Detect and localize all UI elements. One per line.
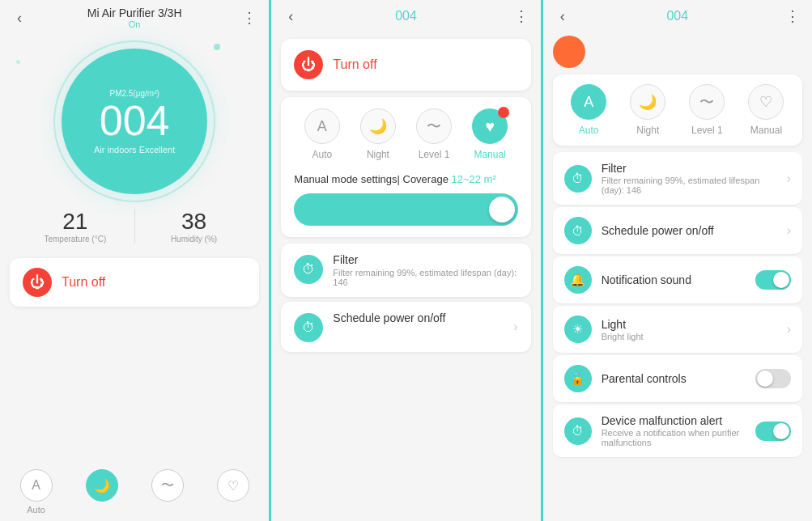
- p2-filter-icon: ⏱: [294, 255, 323, 284]
- manual-settings: Manual mode settings| Coverage 12~22 m²: [294, 170, 517, 226]
- p3-auto-icon: A: [571, 84, 606, 120]
- p2-schedule-card[interactable]: ⏱ Schedule power on/off ›: [281, 302, 530, 352]
- air-status: Air indoors Excellent: [94, 145, 175, 155]
- temperature-item: 21 Temperature (°C): [16, 209, 134, 244]
- p3-tab-manual[interactable]: ♡ Manual: [748, 84, 784, 136]
- p2-filter-sub: Filter remaining 99%, estimated lifespan…: [333, 268, 517, 287]
- pm-value: 004: [100, 100, 170, 142]
- settings-light[interactable]: ☀ Light Bright light ›: [553, 306, 802, 353]
- humidity-label: Humidity (%): [135, 235, 253, 244]
- back-icon-p3[interactable]: ‹: [553, 8, 572, 25]
- p2-night-icon: 🌙: [360, 108, 396, 144]
- panel-2: ‹ 004 ⋮ ⏻ Turn off A Auto 🌙 Night 〜: [269, 0, 540, 521]
- parental-toggle[interactable]: [755, 369, 791, 388]
- settings-malfunction: ⏱ Device malfunction alert Receive a not…: [553, 405, 802, 457]
- settings-notification: 🔔 Notification sound: [553, 256, 802, 303]
- p2-level1-icon: 〜: [416, 108, 452, 144]
- light-arrow: ›: [787, 322, 791, 337]
- more-icon-p1[interactable]: ⋮: [240, 9, 259, 27]
- p3-auto-label: Auto: [579, 125, 599, 136]
- settings-filter[interactable]: ⏱ Filter Filter remaining 99%, estimated…: [553, 152, 802, 205]
- p2-manual-icon: ♥: [472, 108, 508, 144]
- p3-tab-night[interactable]: 🌙 Night: [630, 84, 665, 136]
- night-icon: 🌙: [86, 469, 118, 502]
- p2-schedule-text: Schedule power on/off: [333, 311, 445, 324]
- panel-2-header: ‹ 004 ⋮: [271, 0, 540, 32]
- p3-tab-level1[interactable]: 〜 Level 1: [689, 84, 725, 136]
- p3-scroll-area: A Auto 🌙 Night 〜 Level 1 ♡ Manual ⏱ Filt…: [543, 32, 812, 521]
- light-icon: ☀: [564, 316, 592, 343]
- pm-label: PM2.5(μg/m³): [109, 89, 159, 98]
- malfunction-toggle[interactable]: [755, 421, 791, 441]
- panel-3-header: ‹ 004 ⋮: [543, 0, 812, 32]
- mode-tab-manual[interactable]: ♡: [217, 469, 249, 515]
- p1-status: On: [29, 19, 240, 29]
- humidity-value: 38: [135, 209, 253, 235]
- p2-turnoff-button[interactable]: ⏻ Turn off: [281, 39, 530, 91]
- auto-label: Auto: [27, 505, 45, 515]
- p2-filter-title: Filter: [333, 253, 517, 266]
- malfunction-icon: ⏱: [564, 417, 592, 445]
- p2-tab-level1[interactable]: 〜 Level 1: [416, 108, 452, 160]
- p3-status-indicator: [553, 36, 585, 68]
- power-icon: ⏻: [23, 268, 52, 297]
- p2-night-label: Night: [367, 149, 389, 160]
- decor-dot: [214, 44, 220, 50]
- notification-dot: [498, 107, 509, 118]
- p2-title: 004: [300, 9, 511, 23]
- back-icon-p2[interactable]: ‹: [281, 8, 300, 25]
- p2-tab-auto[interactable]: A Auto: [304, 108, 340, 160]
- mode-tab-auto[interactable]: A Auto: [20, 469, 53, 515]
- p3-night-icon: 🌙: [630, 84, 665, 120]
- parental-text: Parental controls: [602, 372, 746, 385]
- panel-1: ‹ Mi Air Purifier 3/3H On ⋮ PM2.5(μg/m³)…: [0, 0, 269, 521]
- p3-tab-auto[interactable]: A Auto: [571, 84, 606, 136]
- temp-label: Temperature (°C): [16, 235, 134, 244]
- filter-arrow: ›: [787, 172, 791, 186]
- level1-icon: 〜: [151, 469, 184, 502]
- p3-manual-icon: ♡: [748, 84, 784, 120]
- p3-mode-selector: A Auto 🌙 Night 〜 Level 1 ♡ Manual: [553, 74, 802, 146]
- notification-toggle[interactable]: [755, 270, 791, 290]
- mode-tab-level1[interactable]: 〜: [151, 469, 184, 515]
- p2-filter-text: Filter Filter remaining 99%, estimated l…: [333, 253, 517, 287]
- p2-schedule-arrow: ›: [513, 320, 517, 334]
- manual-settings-title: Manual mode settings| Coverage 12~22 m²: [294, 173, 517, 185]
- manual-toggle[interactable]: [294, 193, 517, 226]
- filter-icon: ⏱: [564, 165, 592, 193]
- coverage-value: 12~22 m²: [451, 173, 495, 185]
- p2-tab-night[interactable]: 🌙 Night: [360, 108, 396, 160]
- more-icon-p3[interactable]: ⋮: [783, 7, 802, 25]
- settings-schedule[interactable]: ⏱ Schedule power on/off ›: [553, 207, 802, 254]
- p2-tab-manual[interactable]: ♥ Manual: [472, 108, 508, 160]
- p2-auto-icon: A: [304, 108, 340, 144]
- schedule-icon: ⏱: [564, 217, 592, 244]
- light-sub: Bright light: [602, 332, 777, 341]
- mode-tab-night[interactable]: 🌙: [86, 469, 118, 515]
- p2-scroll-area: ⏻ Turn off A Auto 🌙 Night 〜 Level 1: [271, 32, 540, 521]
- auto-icon: A: [20, 469, 53, 502]
- filter-title: Filter: [602, 162, 777, 175]
- temp-humidity-row: 21 Temperature (°C) 38 Humidity (%): [0, 201, 269, 252]
- schedule-title: Schedule power on/off: [602, 224, 777, 237]
- p1-turnoff-button[interactable]: ⏻ Turn off: [10, 258, 259, 307]
- more-icon-p2[interactable]: ⋮: [512, 7, 531, 25]
- circle-container: PM2.5(μg/m³) 004 Air indoors Excellent: [0, 36, 269, 201]
- light-text: Light Bright light: [602, 318, 777, 341]
- p3-night-label: Night: [636, 125, 659, 136]
- p3-level1-icon: 〜: [689, 84, 725, 120]
- malfunction-toggle-thumb: [773, 423, 789, 439]
- p2-auto-label: Auto: [312, 149, 333, 160]
- parental-title: Parental controls: [602, 372, 746, 385]
- settings-parental: 🔒 Parental controls: [553, 355, 802, 402]
- schedule-text: Schedule power on/off: [602, 224, 777, 237]
- back-icon-p1[interactable]: ‹: [10, 10, 29, 27]
- notification-text: Notification sound: [602, 273, 746, 286]
- main-circle: PM2.5(μg/m³) 004 Air indoors Excellent: [62, 49, 207, 194]
- panel-3: ‹ 004 ⋮ A Auto 🌙 Night 〜 Level 1 ♡ Manua…: [541, 0, 812, 521]
- manual-icon: ♡: [217, 469, 249, 502]
- schedule-arrow: ›: [787, 223, 791, 238]
- malfunction-sub: Receive a notification when purifier mal…: [602, 428, 746, 447]
- p2-power-icon: ⏻: [294, 50, 323, 79]
- p1-mode-tabs: A Auto 🌙 〜 ♡: [0, 463, 269, 521]
